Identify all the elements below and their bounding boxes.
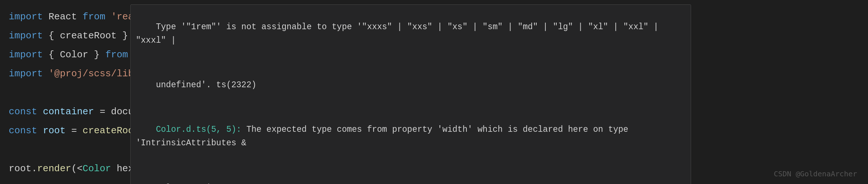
tooltip-error-text2: undefined'. ts(2322) <box>156 80 256 90</box>
keyword-import: import <box>9 7 43 26</box>
tooltip-source-line2: ColorProps' <box>131 166 691 184</box>
tooltip-source-label: Color.d.ts(5, 5): <box>156 125 241 134</box>
tooltip-error-text1: Type '"1rem"' is not assignable to type … <box>136 22 663 45</box>
tooltip-error-line2: undefined'. ts(2322) <box>131 63 691 107</box>
tooltip-source-line: Color.d.ts(5, 5): The expected type come… <box>131 108 691 166</box>
watermark: CSDN @GoldenaArcher <box>774 169 857 178</box>
tooltip-error-line1: Type '"1rem"' is not assignable to type … <box>131 5 691 63</box>
error-tooltip: Type '"1rem"' is not assignable to type … <box>130 4 691 184</box>
